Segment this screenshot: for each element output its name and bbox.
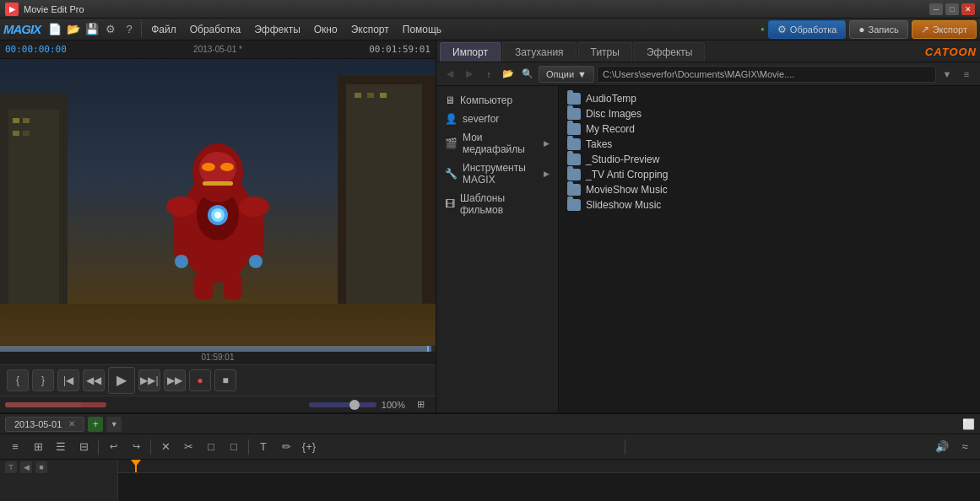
- zoom-handle[interactable]: [349, 400, 360, 410]
- svg-rect-11: [380, 93, 387, 98]
- time-bar: 00:00:00:00 2013-05-01 * 00:01:59:01: [0, 40, 436, 59]
- file-item-studio-preview[interactable]: _Studio-Preview: [562, 152, 977, 167]
- fast-forward-button[interactable]: ▶▶|: [138, 369, 160, 391]
- options-button[interactable]: Опции ▼: [539, 66, 594, 83]
- audio-button[interactable]: 🔊: [932, 437, 952, 457]
- nav-up-button[interactable]: ↑: [480, 66, 497, 83]
- tab-effects[interactable]: Эффекты: [634, 42, 706, 62]
- progress-bar[interactable]: [0, 345, 436, 352]
- delete-button[interactable]: ✕: [155, 437, 176, 457]
- timeline-close[interactable]: ✕: [68, 419, 75, 428]
- record-button[interactable]: ● Запись: [849, 20, 907, 39]
- track-label-1: T ◀ ■: [0, 460, 117, 475]
- svg-point-24: [249, 255, 263, 268]
- track-prev-btn[interactable]: ◀: [20, 461, 32, 473]
- file-item-my-record[interactable]: My Record: [562, 121, 977, 137]
- tab-titles[interactable]: Титры: [578, 42, 632, 62]
- process-button[interactable]: ⚙ Обработка: [768, 20, 846, 39]
- track-view-single[interactable]: ≡: [5, 437, 25, 457]
- nav-user[interactable]: 👤 severfor: [436, 110, 558, 128]
- nav-computer[interactable]: 🖥 Компьютер: [436, 91, 558, 110]
- track-view-grid[interactable]: ⊞: [28, 437, 48, 457]
- toolbar-save[interactable]: 💾: [83, 20, 101, 39]
- undo-button[interactable]: ↩: [103, 437, 123, 457]
- toolbar-settings[interactable]: ⚙: [101, 20, 120, 39]
- timeline-tab[interactable]: 2013-05-01 ✕: [5, 417, 84, 432]
- zoom-slider[interactable]: [309, 402, 376, 407]
- stop-button[interactable]: ■: [214, 369, 236, 391]
- file-item-takes[interactable]: Takes: [562, 137, 977, 152]
- toolbar-help[interactable]: ?: [120, 20, 138, 39]
- track-timeline: [118, 460, 980, 501]
- progress-indicator: [427, 346, 429, 352]
- copy-button[interactable]: □: [201, 437, 221, 457]
- menu-file[interactable]: Файл: [144, 21, 183, 38]
- cut-button[interactable]: ✂: [178, 437, 198, 457]
- next-clip-button[interactable]: ▶▶: [164, 369, 186, 391]
- options-arrow: ▼: [577, 69, 587, 79]
- import-tab-bar: Импорт Затухания Титры Эффекты CATOON: [436, 40, 980, 62]
- rewind-button[interactable]: ◀◀: [83, 369, 105, 391]
- playhead[interactable]: [135, 460, 137, 472]
- maximize-button[interactable]: □: [945, 3, 959, 15]
- redo-button[interactable]: ↪: [126, 437, 146, 457]
- paste-button[interactable]: □: [224, 437, 244, 457]
- timeline-add-button[interactable]: +: [88, 417, 103, 432]
- svg-point-29: [239, 197, 269, 217]
- mixer-button[interactable]: ≈: [955, 437, 975, 457]
- time-ruler: [118, 460, 980, 473]
- nav-browse-button[interactable]: 📂: [500, 66, 517, 83]
- menu-window[interactable]: Окно: [307, 21, 344, 38]
- timeline-dropdown[interactable]: ▼: [106, 417, 122, 432]
- view-options-button[interactable]: ≡: [958, 66, 975, 83]
- svg-rect-10: [367, 93, 374, 98]
- svg-rect-5: [13, 131, 19, 136]
- track-view-list[interactable]: ☰: [51, 437, 71, 457]
- mark-out-button[interactable]: }: [32, 369, 54, 391]
- nav-back-button[interactable]: ◀: [441, 66, 458, 83]
- track-mute-btn[interactable]: ■: [35, 461, 47, 473]
- file-item-tv-anti-cropping[interactable]: _TV Anti Cropping: [562, 167, 977, 182]
- signal-indicator: ●: [761, 25, 765, 33]
- track-text-btn[interactable]: T: [5, 461, 17, 473]
- track-view-alt[interactable]: ⊟: [73, 437, 94, 457]
- nav-templates[interactable]: 🎞 Шаблоны фильмов: [436, 189, 558, 219]
- mark-in-button[interactable]: {: [7, 369, 29, 391]
- toolbar-open[interactable]: 📂: [64, 20, 83, 39]
- tab-fade[interactable]: Затухания: [502, 42, 577, 62]
- volume-slider[interactable]: [5, 402, 106, 407]
- folder-icon: [567, 123, 581, 135]
- nav-media[interactable]: 🎬 Мои медиафайлы ▶: [436, 128, 558, 159]
- file-item-movieshow-music[interactable]: MovieShow Music: [562, 182, 977, 197]
- file-item-slideshow-music[interactable]: Slideshow Music: [562, 197, 977, 213]
- svg-point-23: [175, 255, 188, 268]
- app-icon: ▶: [5, 3, 19, 16]
- text-tool[interactable]: T: [253, 437, 273, 457]
- timeline-maximize[interactable]: ⬜: [962, 418, 975, 430]
- file-item-audiotemp[interactable]: AudioTemp: [562, 91, 977, 106]
- file-item-disc-images[interactable]: Disc Images: [562, 106, 977, 121]
- video-area: [0, 59, 436, 345]
- zoom-fit-button[interactable]: ⊞: [410, 395, 430, 415]
- svg-rect-27: [203, 181, 233, 186]
- menu-help[interactable]: Помощь: [396, 21, 448, 38]
- nav-forward-button[interactable]: ▶: [461, 66, 478, 83]
- prev-clip-button[interactable]: |◀: [57, 369, 79, 391]
- toolbar-new[interactable]: 📄: [46, 20, 64, 39]
- trim-tool[interactable]: {+}: [299, 437, 319, 457]
- path-expand-button[interactable]: ▼: [939, 66, 956, 83]
- svg-rect-8: [346, 84, 422, 304]
- menu-process[interactable]: Обработка: [183, 21, 248, 38]
- edit-tool[interactable]: ✏: [276, 437, 296, 457]
- nav-view-button[interactable]: 🔍: [519, 66, 536, 83]
- tab-import[interactable]: Импорт: [440, 42, 501, 62]
- close-button[interactable]: ✕: [961, 3, 975, 15]
- play-button[interactable]: ▶: [108, 367, 135, 394]
- record-button[interactable]: ●: [189, 369, 211, 391]
- minimize-button[interactable]: ─: [929, 3, 943, 15]
- folder-icon: [567, 199, 581, 211]
- export-button[interactable]: ↗ Экспорт: [912, 20, 977, 39]
- nav-tools[interactable]: 🔧 Инструменты MAGIX ▶: [436, 159, 558, 189]
- menu-effects[interactable]: Эффекты: [247, 21, 307, 38]
- menu-export[interactable]: Экспорт: [344, 21, 396, 38]
